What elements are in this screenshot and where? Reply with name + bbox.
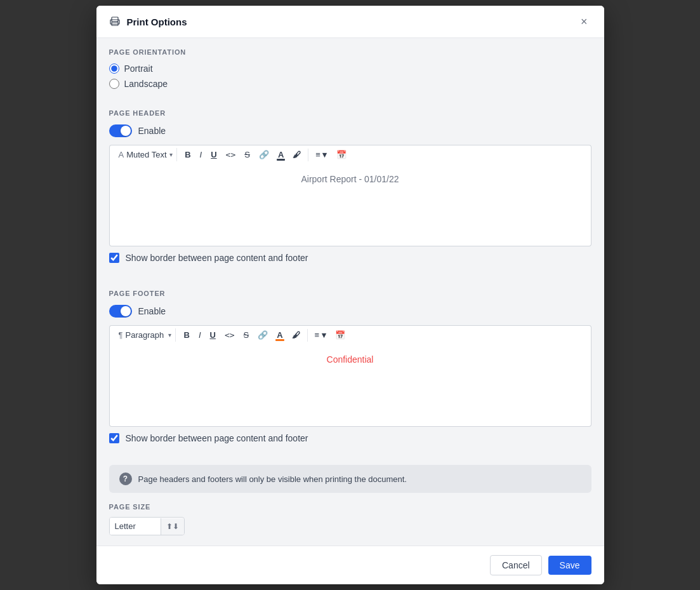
portrait-label: Portrait [124,64,153,74]
footer-para-style-wrapper: ¶ Paragraph Muted Text Heading 1 ▾ [115,328,176,342]
cancel-button[interactable]: Cancel [490,555,542,575]
header-font-style-wrapper: A Muted Text Paragraph Heading 1 ▾ [115,148,178,161]
header-toolbar-separator [308,149,308,161]
footer-border-checkbox[interactable] [109,433,119,443]
save-button[interactable]: Save [548,556,591,575]
header-border-checkbox[interactable] [109,253,119,263]
header-checkbox-row: Show border between page content and foo… [109,246,591,269]
page-size-dropdown-button[interactable]: ⬆⬇ [161,518,184,535]
footer-text-color-button[interactable]: A [273,328,286,342]
page-footer-label: PAGE FOOTER [109,290,591,297]
print-icon [109,16,121,27]
page-orientation-label: PAGE ORIENTATION [109,48,591,56]
page-size-select[interactable]: Letter A4 Legal Tabloid [110,518,161,535]
info-banner: ? Page headers and footers will only be … [109,465,591,493]
modal-header: Print Options × [96,6,604,38]
footer-strikethrough-button[interactable]: S [240,328,253,342]
footer-checkbox-row: Show border between page content and foo… [109,427,591,450]
footer-editor-area[interactable]: Confidential [109,344,591,427]
footer-toolbar: ¶ Paragraph Muted Text Heading 1 ▾ B I U… [109,325,591,344]
page-footer-section: PAGE FOOTER Enable ¶ Paragr [96,279,604,460]
page-size-section: PAGE SIZE Letter A4 Legal Tabloid ⬆⬇ [96,503,604,546]
header-align-button[interactable]: ≡ ▾ [312,148,331,161]
footer-insert-button[interactable]: 📅 [331,328,349,342]
header-toolbar: A Muted Text Paragraph Heading 1 ▾ B I U… [109,145,591,164]
modal-title: Print Options [127,17,571,27]
footer-italic-button[interactable]: I [195,328,205,342]
page-size-select-wrapper: Letter A4 Legal Tabloid ⬆⬇ [109,517,185,535]
footer-enable-label: Enable [138,306,166,316]
header-strikethrough-button[interactable]: S [241,148,254,161]
modal-overlay: Print Options × PAGE ORIENTATION Portrai… [0,0,700,590]
header-editor-area[interactable]: Airport Report - 01/01/22 [109,164,591,246]
header-highlight-button[interactable]: 🖌 [289,148,305,161]
orientation-radio-group: Portrait Landscape [109,64,591,89]
font-style-dropdown-arrow: ▾ [169,151,173,158]
header-enable-label: Enable [138,126,166,136]
footer-underline-button[interactable]: U [206,328,220,342]
header-text-color-button[interactable]: A [274,148,287,161]
header-bold-button[interactable]: B [181,148,194,161]
modal-footer: Cancel Save [96,546,604,584]
page-size-label: PAGE SIZE [109,503,591,511]
page-header-label: PAGE HEADER [109,109,591,117]
footer-toggle-row: Enable [109,305,591,318]
landscape-radio[interactable] [109,79,119,89]
header-underline-button[interactable]: U [207,148,220,161]
page-orientation-section: PAGE ORIENTATION Portrait Landscape [96,38,604,99]
header-insert-button[interactable]: 📅 [333,148,350,161]
footer-para-style-select[interactable]: Paragraph Muted Text Heading 1 [125,330,166,340]
header-link-button[interactable]: 🔗 [255,148,273,161]
footer-bold-button[interactable]: B [180,328,193,342]
header-toggle[interactable] [109,124,132,137]
header-code-button[interactable]: <> [222,148,240,161]
para-style-dropdown-arrow: ▾ [168,332,171,339]
page-header-section: PAGE HEADER Enable A Muted [96,99,604,279]
font-icon: A [119,150,124,159]
modal-body: PAGE ORIENTATION Portrait Landscape PAGE… [96,38,604,546]
header-editor-content: Airport Report - 01/01/22 [120,174,581,184]
footer-code-button[interactable]: <> [221,328,239,342]
footer-toolbar-separator [307,329,308,342]
footer-highlight-button[interactable]: 🖌 [288,328,304,342]
footer-toggle[interactable] [109,305,132,318]
print-options-dialog: Print Options × PAGE ORIENTATION Portrai… [96,6,604,584]
header-border-label: Show border between page content and foo… [126,253,308,263]
header-italic-button[interactable]: I [196,148,206,161]
info-icon: ? [119,473,132,485]
header-font-style-select[interactable]: Muted Text Paragraph Heading 1 [126,150,167,159]
footer-link-button[interactable]: 🔗 [254,328,272,342]
footer-editor-content: Confidential [120,354,581,365]
footer-align-button[interactable]: ≡ ▾ [311,328,330,342]
svg-point-3 [117,21,118,22]
landscape-label: Landscape [124,79,168,89]
header-toggle-row: Enable [109,124,591,137]
footer-border-label: Show border between page content and foo… [126,433,308,443]
paragraph-icon: ¶ [119,330,123,340]
portrait-radio[interactable] [109,64,119,74]
info-text: Page headers and footers will only be vi… [138,474,407,484]
close-button[interactable]: × [577,15,591,29]
portrait-radio-item[interactable]: Portrait [109,64,591,74]
landscape-radio-item[interactable]: Landscape [109,79,591,89]
